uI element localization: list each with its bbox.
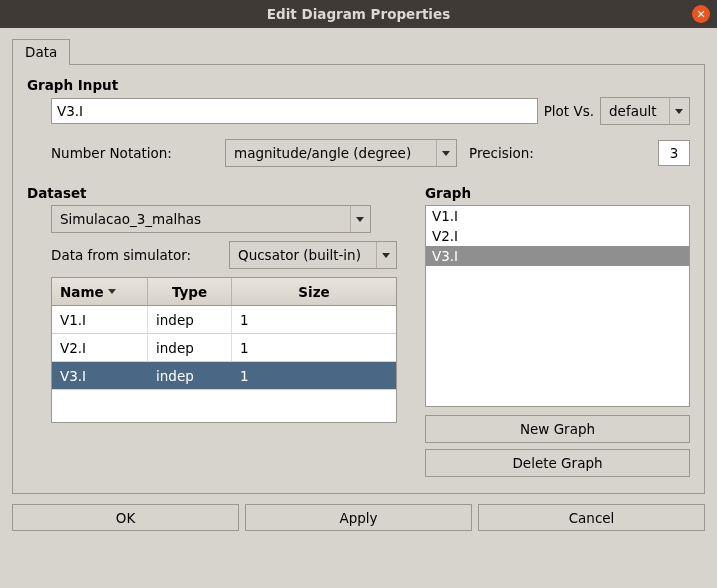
column-header-type[interactable]: Type [148,278,232,305]
cell-name: V1.I [52,306,148,333]
plot-vs-select[interactable]: default [600,97,690,125]
table-row[interactable]: V3.Iindep1 [52,362,396,390]
window-title: Edit Diagram Properties [0,6,717,22]
chevron-down-icon [376,242,394,268]
column-header-size[interactable]: Size [232,278,396,305]
graph-list[interactable]: V1.IV2.IV3.I [425,205,690,407]
new-graph-button[interactable]: New Graph [425,415,690,443]
precision-label: Precision: [469,145,534,161]
cell-name: V2.I [52,334,148,361]
dataset-select[interactable]: Simulacao_3_malhas [51,205,371,233]
cell-name: V3.I [52,362,148,389]
ok-button[interactable]: OK [12,504,239,531]
graph-label: Graph [425,185,690,201]
number-notation-label: Number Notation: [51,145,219,161]
graph-input-label: Graph Input [27,77,690,93]
table-row[interactable]: V2.Iindep1 [52,334,396,362]
tab-data[interactable]: Data [12,39,70,65]
cell-size: 1 [232,306,396,333]
sort-indicator-icon [108,289,116,294]
cell-size: 1 [232,362,396,389]
list-item[interactable]: V1.I [426,206,689,226]
cell-type: indep [148,362,232,389]
chevron-down-icon [436,140,454,166]
graph-input-field[interactable] [51,98,538,124]
cell-type: indep [148,306,232,333]
table-row[interactable]: V1.Iindep1 [52,306,396,334]
list-item[interactable]: V3.I [426,246,689,266]
data-from-simulator-select[interactable]: Qucsator (built-in) [229,241,397,269]
plot-vs-label: Plot Vs. [544,103,594,119]
data-from-simulator-label: Data from simulator: [51,247,223,263]
cell-size: 1 [232,334,396,361]
tab-bar: Data [12,38,705,64]
delete-graph-button[interactable]: Delete Graph [425,449,690,477]
apply-button[interactable]: Apply [245,504,472,531]
title-bar: Edit Diagram Properties ✕ [0,0,717,28]
chevron-down-icon [350,206,368,232]
close-icon[interactable]: ✕ [692,5,710,23]
column-header-name[interactable]: Name [52,278,148,305]
list-item[interactable]: V2.I [426,226,689,246]
cancel-button[interactable]: Cancel [478,504,705,531]
dataset-label: Dataset [27,185,397,201]
number-notation-select[interactable]: magnitude/angle (degree) [225,139,457,167]
dataset-table[interactable]: Name Type Size V1.Iindep1V2.Iindep1V3.Ii… [51,277,397,423]
tab-panel: Graph Input Plot Vs. default Number Nota… [12,64,705,494]
chevron-down-icon [669,98,687,124]
cell-type: indep [148,334,232,361]
precision-field[interactable] [658,140,690,166]
